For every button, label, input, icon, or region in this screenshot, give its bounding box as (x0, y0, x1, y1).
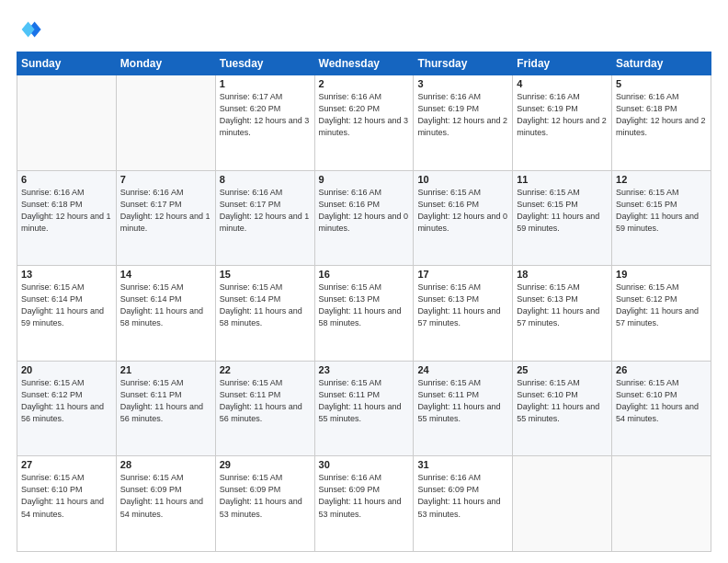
calendar-cell: 18Sunrise: 6:15 AMSunset: 6:13 PMDayligh… (513, 266, 612, 362)
day-info: Sunrise: 6:15 AMSunset: 6:10 PMDaylight:… (517, 377, 608, 425)
day-number: 12 (616, 174, 707, 185)
calendar-week-row: 1Sunrise: 6:17 AMSunset: 6:20 PMDaylight… (17, 75, 711, 171)
calendar-cell: 16Sunrise: 6:15 AMSunset: 6:13 PMDayligh… (314, 266, 414, 362)
day-info: Sunrise: 6:15 AMSunset: 6:11 PMDaylight:… (319, 377, 410, 425)
calendar-cell (612, 456, 711, 552)
day-info: Sunrise: 6:15 AMSunset: 6:16 PMDaylight:… (417, 187, 508, 235)
page: SundayMondayTuesdayWednesdayThursdayFrid… (0, 0, 728, 563)
calendar-cell: 15Sunrise: 6:15 AMSunset: 6:14 PMDayligh… (215, 266, 314, 362)
day-of-week-header: Monday (116, 52, 215, 75)
day-number: 13 (21, 269, 112, 280)
day-info: Sunrise: 6:15 AMSunset: 6:14 PMDaylight:… (21, 282, 112, 329)
day-info: Sunrise: 6:16 AMSunset: 6:20 PMDaylight:… (319, 91, 410, 139)
calendar-cell (17, 75, 117, 171)
calendar-body: 1Sunrise: 6:17 AMSunset: 6:20 PMDaylight… (17, 75, 711, 552)
day-number: 26 (616, 364, 707, 375)
day-of-week-header: Thursday (414, 52, 513, 75)
day-number: 1 (220, 78, 311, 89)
day-number: 22 (220, 364, 311, 375)
day-info: Sunrise: 6:16 AMSunset: 6:17 PMDaylight:… (120, 187, 211, 235)
day-number: 6 (21, 174, 112, 185)
day-number: 7 (120, 174, 211, 185)
calendar-week-row: 20Sunrise: 6:15 AMSunset: 6:12 PMDayligh… (17, 361, 711, 456)
day-number: 10 (417, 174, 508, 185)
day-info: Sunrise: 6:15 AMSunset: 6:09 PMDaylight:… (120, 472, 211, 520)
day-number: 23 (319, 364, 410, 375)
day-number: 14 (120, 269, 211, 280)
calendar-cell: 8Sunrise: 6:16 AMSunset: 6:17 PMDaylight… (215, 170, 314, 266)
calendar-cell: 24Sunrise: 6:15 AMSunset: 6:11 PMDayligh… (414, 361, 513, 456)
calendar-cell: 13Sunrise: 6:15 AMSunset: 6:14 PMDayligh… (17, 266, 117, 362)
calendar-cell: 31Sunrise: 6:16 AMSunset: 6:09 PMDayligh… (414, 456, 513, 552)
calendar-cell (116, 75, 215, 171)
day-info: Sunrise: 6:15 AMSunset: 6:10 PMDaylight:… (616, 377, 707, 425)
day-info: Sunrise: 6:16 AMSunset: 6:18 PMDaylight:… (21, 187, 112, 235)
day-info: Sunrise: 6:15 AMSunset: 6:12 PMDaylight:… (616, 282, 707, 329)
days-of-week-row: SundayMondayTuesdayWednesdayThursdayFrid… (17, 52, 711, 75)
day-info: Sunrise: 6:15 AMSunset: 6:15 PMDaylight:… (616, 187, 707, 235)
day-info: Sunrise: 6:15 AMSunset: 6:11 PMDaylight:… (220, 377, 311, 425)
day-number: 25 (517, 364, 608, 375)
calendar-cell: 22Sunrise: 6:15 AMSunset: 6:11 PMDayligh… (215, 361, 314, 456)
day-number: 15 (220, 269, 311, 280)
day-number: 28 (120, 459, 211, 470)
calendar-cell: 23Sunrise: 6:15 AMSunset: 6:11 PMDayligh… (314, 361, 414, 456)
calendar-week-row: 27Sunrise: 6:15 AMSunset: 6:10 PMDayligh… (17, 456, 711, 552)
day-number: 24 (417, 364, 508, 375)
day-info: Sunrise: 6:16 AMSunset: 6:18 PMDaylight:… (616, 91, 707, 139)
day-number: 2 (319, 78, 410, 89)
day-info: Sunrise: 6:16 AMSunset: 6:19 PMDaylight:… (517, 91, 608, 139)
day-info: Sunrise: 6:15 AMSunset: 6:12 PMDaylight:… (21, 377, 112, 425)
calendar-cell: 9Sunrise: 6:16 AMSunset: 6:16 PMDaylight… (314, 170, 414, 266)
calendar-table: SundayMondayTuesdayWednesdayThursdayFrid… (17, 52, 711, 552)
logo-icon (17, 17, 42, 42)
day-number: 11 (517, 174, 608, 185)
calendar-cell: 1Sunrise: 6:17 AMSunset: 6:20 PMDaylight… (215, 75, 314, 171)
day-number: 18 (517, 269, 608, 280)
day-number: 5 (616, 78, 707, 89)
calendar-cell: 4Sunrise: 6:16 AMSunset: 6:19 PMDaylight… (513, 75, 612, 171)
day-of-week-header: Sunday (17, 52, 117, 75)
day-number: 20 (21, 364, 112, 375)
day-number: 4 (517, 78, 608, 89)
calendar-cell: 5Sunrise: 6:16 AMSunset: 6:18 PMDaylight… (612, 75, 711, 171)
calendar-cell: 2Sunrise: 6:16 AMSunset: 6:20 PMDaylight… (314, 75, 414, 171)
day-info: Sunrise: 6:15 AMSunset: 6:13 PMDaylight:… (417, 282, 508, 329)
day-info: Sunrise: 6:15 AMSunset: 6:11 PMDaylight:… (417, 377, 508, 425)
day-number: 17 (417, 269, 508, 280)
day-info: Sunrise: 6:16 AMSunset: 6:09 PMDaylight:… (319, 472, 410, 520)
calendar-cell (513, 456, 612, 552)
day-number: 30 (319, 459, 410, 470)
day-number: 9 (319, 174, 410, 185)
day-number: 31 (417, 459, 508, 470)
day-info: Sunrise: 6:15 AMSunset: 6:09 PMDaylight:… (220, 472, 311, 520)
day-of-week-header: Friday (513, 52, 612, 75)
day-info: Sunrise: 6:17 AMSunset: 6:20 PMDaylight:… (220, 91, 311, 139)
day-of-week-header: Saturday (612, 52, 711, 75)
day-info: Sunrise: 6:15 AMSunset: 6:14 PMDaylight:… (220, 282, 311, 329)
day-number: 27 (21, 459, 112, 470)
day-info: Sunrise: 6:15 AMSunset: 6:14 PMDaylight:… (120, 282, 211, 329)
calendar-week-row: 13Sunrise: 6:15 AMSunset: 6:14 PMDayligh… (17, 266, 711, 362)
calendar-cell: 11Sunrise: 6:15 AMSunset: 6:15 PMDayligh… (513, 170, 612, 266)
day-info: Sunrise: 6:16 AMSunset: 6:19 PMDaylight:… (417, 91, 508, 139)
calendar-cell: 10Sunrise: 6:15 AMSunset: 6:16 PMDayligh… (414, 170, 513, 266)
calendar-cell: 28Sunrise: 6:15 AMSunset: 6:09 PMDayligh… (116, 456, 215, 552)
day-number: 16 (319, 269, 410, 280)
day-number: 8 (220, 174, 311, 185)
calendar-week-row: 6Sunrise: 6:16 AMSunset: 6:18 PMDaylight… (17, 170, 711, 266)
calendar-cell: 26Sunrise: 6:15 AMSunset: 6:10 PMDayligh… (612, 361, 711, 456)
day-number: 29 (220, 459, 311, 470)
logo (17, 17, 46, 42)
calendar-cell: 27Sunrise: 6:15 AMSunset: 6:10 PMDayligh… (17, 456, 117, 552)
calendar-cell: 17Sunrise: 6:15 AMSunset: 6:13 PMDayligh… (414, 266, 513, 362)
calendar-cell: 19Sunrise: 6:15 AMSunset: 6:12 PMDayligh… (612, 266, 711, 362)
calendar-cell: 25Sunrise: 6:15 AMSunset: 6:10 PMDayligh… (513, 361, 612, 456)
calendar-cell: 7Sunrise: 6:16 AMSunset: 6:17 PMDaylight… (116, 170, 215, 266)
header (17, 17, 711, 42)
day-info: Sunrise: 6:16 AMSunset: 6:17 PMDaylight:… (220, 187, 311, 235)
day-info: Sunrise: 6:15 AMSunset: 6:15 PMDaylight:… (517, 187, 608, 235)
day-info: Sunrise: 6:16 AMSunset: 6:16 PMDaylight:… (319, 187, 410, 235)
day-of-week-header: Tuesday (215, 52, 314, 75)
calendar-cell: 30Sunrise: 6:16 AMSunset: 6:09 PMDayligh… (314, 456, 414, 552)
